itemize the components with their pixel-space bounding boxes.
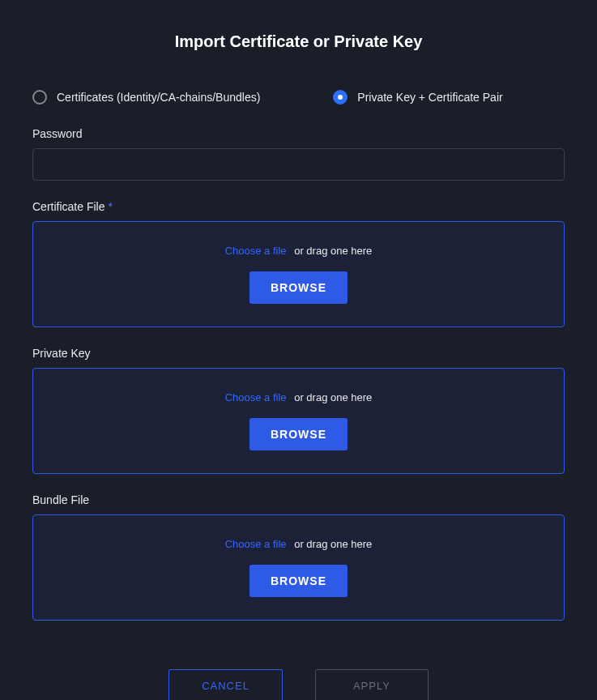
password-field-group: Password [32, 127, 565, 181]
browse-button[interactable]: BROWSE [249, 271, 348, 304]
choose-file-link[interactable]: Choose a file [225, 391, 287, 403]
radio-inner-dot-icon [338, 95, 343, 100]
choose-file-link[interactable]: Choose a file [225, 245, 287, 257]
radio-certificates[interactable]: Certificates (Identity/CA-chains/Bundles… [32, 90, 260, 105]
radio-private-key-pair[interactable]: Private Key + Certificate Pair [333, 90, 502, 105]
import-type-radio-group: Certificates (Identity/CA-chains/Bundles… [32, 90, 565, 105]
dropzone-text: Choose a file or drag one here [225, 245, 373, 257]
bundle-file-label: Bundle File [32, 493, 565, 506]
certificate-file-dropzone[interactable]: Choose a file or drag one here BROWSE [32, 221, 565, 327]
choose-file-link[interactable]: Choose a file [225, 538, 287, 550]
radio-label: Certificates (Identity/CA-chains/Bundles… [57, 91, 260, 104]
password-label: Password [32, 127, 565, 140]
drag-text: or drag one here [294, 538, 372, 550]
private-key-dropzone[interactable]: Choose a file or drag one here BROWSE [32, 368, 565, 474]
certificate-file-label: Certificate File * [32, 200, 565, 213]
cancel-button[interactable]: CANCEL [168, 669, 283, 700]
radio-icon [333, 90, 348, 105]
dropzone-text: Choose a file or drag one here [225, 391, 373, 403]
dialog-title: Import Certificate or Private Key [32, 32, 565, 51]
radio-label: Private Key + Certificate Pair [357, 91, 502, 104]
apply-button[interactable]: APPLY [315, 669, 429, 700]
bundle-file-dropzone[interactable]: Choose a file or drag one here BROWSE [32, 514, 565, 621]
drag-text: or drag one here [294, 245, 372, 257]
radio-icon [32, 90, 47, 105]
private-key-label: Private Key [32, 347, 565, 360]
certificate-file-field-group: Certificate File * Choose a file or drag… [32, 200, 565, 327]
browse-button[interactable]: BROWSE [249, 418, 348, 450]
dialog-footer: CANCEL APPLY [32, 669, 565, 700]
browse-button[interactable]: BROWSE [249, 565, 348, 597]
import-dialog: Import Certificate or Private Key Certif… [0, 0, 597, 700]
private-key-field-group: Private Key Choose a file or drag one he… [32, 347, 565, 474]
dropzone-text: Choose a file or drag one here [225, 538, 373, 550]
password-input[interactable] [32, 148, 565, 181]
bundle-file-field-group: Bundle File Choose a file or drag one he… [32, 493, 565, 621]
required-asterisk-icon: * [108, 200, 112, 213]
drag-text: or drag one here [294, 391, 372, 403]
